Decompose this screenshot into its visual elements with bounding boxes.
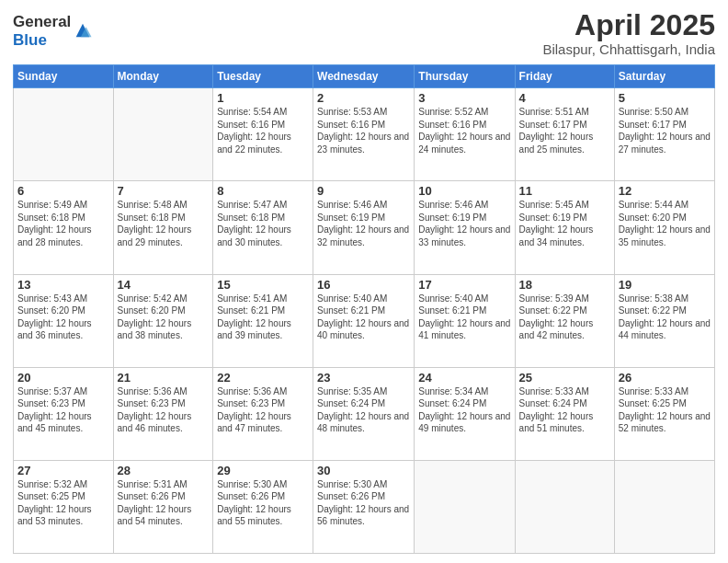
cell-info: Sunrise: 5:46 AM Sunset: 6:19 PM Dayligh… <box>317 199 410 248</box>
cell-day-number: 8 <box>217 184 309 198</box>
cell-day-number: 25 <box>519 371 610 385</box>
calendar-cell: 24Sunrise: 5:34 AM Sunset: 6:24 PM Dayli… <box>415 367 515 460</box>
cell-day-number: 1 <box>217 91 309 105</box>
cell-info: Sunrise: 5:44 AM Sunset: 6:20 PM Dayligh… <box>619 199 711 248</box>
calendar-cell: 20Sunrise: 5:37 AM Sunset: 6:23 PM Dayli… <box>14 367 114 460</box>
logo-general: General <box>13 13 71 31</box>
calendar-cell: 14Sunrise: 5:42 AM Sunset: 6:20 PM Dayli… <box>113 274 213 367</box>
cell-info: Sunrise: 5:40 AM Sunset: 6:21 PM Dayligh… <box>317 293 410 342</box>
calendar-cell: 13Sunrise: 5:43 AM Sunset: 6:20 PM Dayli… <box>14 274 114 367</box>
cell-day-number: 15 <box>217 278 309 292</box>
cell-info: Sunrise: 5:39 AM Sunset: 6:22 PM Dayligh… <box>519 293 610 342</box>
calendar-cell: 27Sunrise: 5:32 AM Sunset: 6:25 PM Dayli… <box>14 460 114 553</box>
calendar-cell <box>415 460 515 553</box>
calendar-cell: 26Sunrise: 5:33 AM Sunset: 6:25 PM Dayli… <box>614 367 714 460</box>
calendar-cell: 21Sunrise: 5:36 AM Sunset: 6:23 PM Dayli… <box>113 367 213 460</box>
cell-info: Sunrise: 5:50 AM Sunset: 6:17 PM Dayligh… <box>619 106 711 155</box>
cell-day-number: 28 <box>118 464 210 477</box>
calendar-cell <box>113 88 213 181</box>
calendar-cell: 1Sunrise: 5:54 AM Sunset: 6:16 PM Daylig… <box>213 88 313 181</box>
calendar-cell: 10Sunrise: 5:46 AM Sunset: 6:19 PM Dayli… <box>415 181 515 274</box>
cell-day-number: 29 <box>217 464 309 477</box>
cell-info: Sunrise: 5:33 AM Sunset: 6:24 PM Dayligh… <box>519 385 610 435</box>
page: General Blue April 2025 Bilaspur, Chhatt… <box>0 0 728 563</box>
calendar-cell: 18Sunrise: 5:39 AM Sunset: 6:22 PM Dayli… <box>515 274 614 367</box>
calendar-cell: 3Sunrise: 5:52 AM Sunset: 6:16 PM Daylig… <box>415 88 515 181</box>
cell-day-number: 14 <box>118 278 210 292</box>
calendar-week-2: 6Sunrise: 5:49 AM Sunset: 6:18 PM Daylig… <box>14 181 715 274</box>
calendar-cell: 23Sunrise: 5:35 AM Sunset: 6:24 PM Dayli… <box>313 367 415 460</box>
calendar-cell <box>614 460 714 553</box>
cell-info: Sunrise: 5:51 AM Sunset: 6:17 PM Dayligh… <box>519 106 610 155</box>
cell-info: Sunrise: 5:34 AM Sunset: 6:24 PM Dayligh… <box>418 385 510 435</box>
calendar-cell: 30Sunrise: 5:30 AM Sunset: 6:26 PM Dayli… <box>313 460 415 553</box>
calendar-week-3: 13Sunrise: 5:43 AM Sunset: 6:20 PM Dayli… <box>14 274 715 367</box>
calendar-cell: 6Sunrise: 5:49 AM Sunset: 6:18 PM Daylig… <box>14 181 114 274</box>
calendar-cell: 17Sunrise: 5:40 AM Sunset: 6:21 PM Dayli… <box>415 274 515 367</box>
cell-info: Sunrise: 5:37 AM Sunset: 6:23 PM Dayligh… <box>17 385 109 435</box>
calendar-week-1: 1Sunrise: 5:54 AM Sunset: 6:16 PM Daylig… <box>14 88 715 181</box>
cell-day-number: 21 <box>118 371 210 385</box>
cell-info: Sunrise: 5:41 AM Sunset: 6:21 PM Dayligh… <box>217 293 309 342</box>
cell-day-number: 16 <box>317 278 410 292</box>
cell-info: Sunrise: 5:49 AM Sunset: 6:18 PM Dayligh… <box>17 199 109 248</box>
calendar-cell: 9Sunrise: 5:46 AM Sunset: 6:19 PM Daylig… <box>313 181 415 274</box>
cell-info: Sunrise: 5:30 AM Sunset: 6:26 PM Dayligh… <box>217 478 309 528</box>
calendar-cell: 16Sunrise: 5:40 AM Sunset: 6:21 PM Dayli… <box>313 274 415 367</box>
calendar-cell: 11Sunrise: 5:45 AM Sunset: 6:19 PM Dayli… <box>515 181 614 274</box>
weekday-header-saturday: Saturday <box>614 65 714 88</box>
cell-day-number: 22 <box>217 371 309 385</box>
cell-day-number: 13 <box>17 278 109 292</box>
cell-info: Sunrise: 5:30 AM Sunset: 6:26 PM Dayligh… <box>317 478 410 528</box>
cell-day-number: 7 <box>118 184 210 198</box>
weekday-header-thursday: Thursday <box>415 65 515 88</box>
cell-info: Sunrise: 5:48 AM Sunset: 6:18 PM Dayligh… <box>118 199 210 248</box>
cell-day-number: 23 <box>317 371 410 385</box>
weekday-header-sunday: Sunday <box>14 65 114 88</box>
logo: General Blue <box>13 13 93 51</box>
cell-info: Sunrise: 5:52 AM Sunset: 6:16 PM Dayligh… <box>418 106 510 155</box>
calendar-cell: 7Sunrise: 5:48 AM Sunset: 6:18 PM Daylig… <box>113 181 213 274</box>
cell-day-number: 10 <box>418 184 510 198</box>
cell-day-number: 17 <box>418 278 510 292</box>
cell-day-number: 4 <box>519 91 610 105</box>
calendar-body: 1Sunrise: 5:54 AM Sunset: 6:16 PM Daylig… <box>14 88 715 554</box>
main-title: April 2025 <box>542 9 715 41</box>
weekday-header-friday: Friday <box>515 65 614 88</box>
weekday-header-monday: Monday <box>113 65 213 88</box>
cell-info: Sunrise: 5:36 AM Sunset: 6:23 PM Dayligh… <box>118 385 210 435</box>
logo-blue: Blue <box>13 31 71 50</box>
cell-info: Sunrise: 5:38 AM Sunset: 6:22 PM Dayligh… <box>619 293 711 342</box>
calendar-cell: 8Sunrise: 5:47 AM Sunset: 6:18 PM Daylig… <box>213 181 313 274</box>
cell-info: Sunrise: 5:46 AM Sunset: 6:19 PM Dayligh… <box>418 199 510 248</box>
cell-info: Sunrise: 5:53 AM Sunset: 6:16 PM Dayligh… <box>317 106 410 155</box>
calendar-cell: 28Sunrise: 5:31 AM Sunset: 6:26 PM Dayli… <box>113 460 213 553</box>
cell-day-number: 12 <box>619 184 711 198</box>
cell-info: Sunrise: 5:43 AM Sunset: 6:20 PM Dayligh… <box>17 293 109 342</box>
cell-day-number: 9 <box>317 184 410 198</box>
cell-day-number: 24 <box>418 371 510 385</box>
title-block: April 2025 Bilaspur, Chhattisgarh, India <box>542 9 715 57</box>
cell-day-number: 6 <box>17 184 109 198</box>
cell-info: Sunrise: 5:47 AM Sunset: 6:18 PM Dayligh… <box>217 199 309 248</box>
calendar-week-4: 20Sunrise: 5:37 AM Sunset: 6:23 PM Dayli… <box>14 367 715 460</box>
cell-day-number: 18 <box>519 278 610 292</box>
calendar-cell: 5Sunrise: 5:50 AM Sunset: 6:17 PM Daylig… <box>614 88 714 181</box>
cell-info: Sunrise: 5:40 AM Sunset: 6:21 PM Dayligh… <box>418 293 510 342</box>
cell-day-number: 19 <box>619 278 711 292</box>
cell-info: Sunrise: 5:54 AM Sunset: 6:16 PM Dayligh… <box>217 106 309 155</box>
calendar-cell <box>14 88 114 181</box>
calendar: SundayMondayTuesdayWednesdayThursdayFrid… <box>13 64 715 554</box>
cell-info: Sunrise: 5:42 AM Sunset: 6:20 PM Dayligh… <box>118 293 210 342</box>
cell-info: Sunrise: 5:33 AM Sunset: 6:25 PM Dayligh… <box>619 385 711 435</box>
cell-day-number: 11 <box>519 184 610 198</box>
calendar-cell <box>515 460 614 553</box>
weekday-header-wednesday: Wednesday <box>313 65 415 88</box>
cell-day-number: 30 <box>317 464 410 477</box>
calendar-cell: 25Sunrise: 5:33 AM Sunset: 6:24 PM Dayli… <box>515 367 614 460</box>
cell-info: Sunrise: 5:36 AM Sunset: 6:23 PM Dayligh… <box>217 385 309 435</box>
calendar-cell: 4Sunrise: 5:51 AM Sunset: 6:17 PM Daylig… <box>515 88 614 181</box>
calendar-week-5: 27Sunrise: 5:32 AM Sunset: 6:25 PM Dayli… <box>14 460 715 553</box>
calendar-cell: 22Sunrise: 5:36 AM Sunset: 6:23 PM Dayli… <box>213 367 313 460</box>
weekday-header-tuesday: Tuesday <box>213 65 313 88</box>
